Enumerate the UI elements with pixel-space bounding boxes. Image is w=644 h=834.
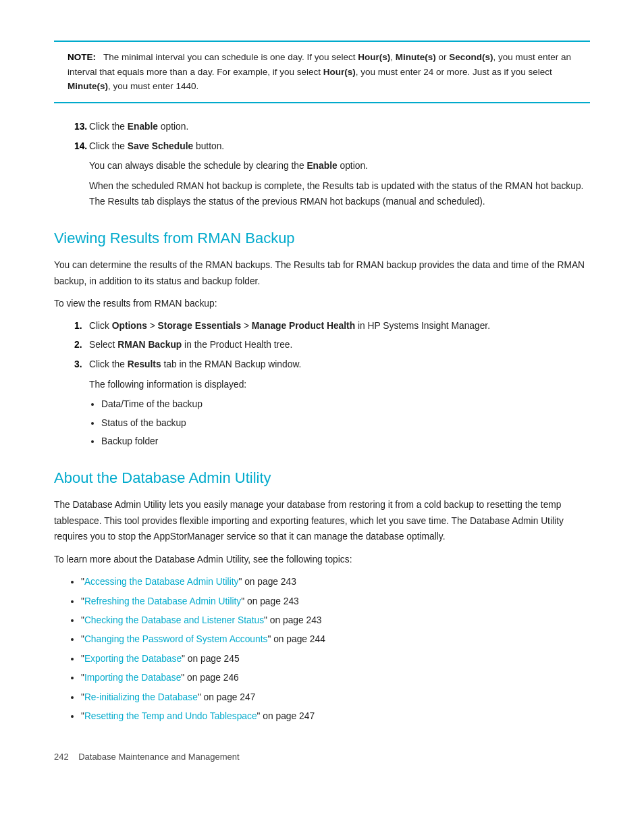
link-item-1: "Accessing the Database Admin Utility" o… bbox=[81, 574, 590, 590]
link-reinitializing[interactable]: Re-initializing the Database bbox=[84, 692, 198, 702]
link-importing[interactable]: Importing the Database bbox=[84, 673, 181, 683]
link-item-2: "Refreshing the Database Admin Utility" … bbox=[81, 594, 590, 609]
link-item-4: "Changing the Password of System Account… bbox=[81, 631, 590, 647]
footer-text: Database Maintenance and Management bbox=[78, 752, 240, 762]
step-7: Click the Enable option. bbox=[74, 120, 590, 135]
step-8: Click the Save Schedule button. bbox=[74, 139, 590, 155]
link-changing-password[interactable]: Changing the Password of System Accounts bbox=[84, 634, 268, 644]
section1-to-view: To view the results from RMAN backup: bbox=[54, 296, 590, 311]
link-accessing[interactable]: Accessing the Database Admin Utility bbox=[84, 577, 239, 587]
note-text: The minimal interval you can schedule is… bbox=[68, 52, 571, 91]
steps-list: Click the Enable option. Click the Save … bbox=[74, 120, 590, 155]
link-item-6: "Importing the Database" on page 246 bbox=[81, 670, 590, 685]
link-checking[interactable]: Checking the Database and Listener Statu… bbox=[84, 615, 264, 625]
bullet-datetime: Data/Time of the backup bbox=[101, 396, 590, 412]
footer-page-num: 242 bbox=[54, 752, 69, 762]
link-refreshing[interactable]: Refreshing the Database Admin Utility bbox=[84, 596, 241, 606]
section1-step-2: Select RMAN Backup in the Product Health… bbox=[74, 338, 590, 353]
page-footer: 242 Database Maintenance and Management bbox=[54, 752, 590, 762]
link-item-5: "Exporting the Database" on page 245 bbox=[81, 651, 590, 667]
link-exporting[interactable]: Exporting the Database bbox=[84, 654, 182, 664]
bullet-status: Status of the backup bbox=[101, 415, 590, 431]
section1-steps: Click Options > Storage Essentials > Man… bbox=[74, 319, 590, 373]
section2-para1: The Database Admin Utility lets you easi… bbox=[54, 497, 590, 544]
section2-to-learn: To learn more about the Database Admin U… bbox=[54, 552, 590, 567]
section2-heading: About the Database Admin Utility bbox=[54, 469, 590, 488]
link-resetting[interactable]: Resetting the Temp and Undo Tablespace bbox=[84, 711, 257, 721]
page-content: NOTE: The minimal interval you can sched… bbox=[0, 0, 644, 802]
section1-bullets: Data/Time of the backup Status of the ba… bbox=[101, 396, 590, 449]
bullet-folder: Backup folder bbox=[101, 434, 590, 449]
link-item-8: "Resetting the Temp and Undo Tablespace"… bbox=[81, 708, 590, 724]
following-info-label: The following information is displayed: bbox=[89, 377, 590, 392]
link-item-3: "Checking the Database and Listener Stat… bbox=[81, 613, 590, 628]
section1-step-3: Click the Results tab in the RMAN Backup… bbox=[74, 357, 590, 373]
section1-heading: Viewing Results from RMAN Backup bbox=[54, 229, 590, 249]
section1-step-1: Click Options > Storage Essentials > Man… bbox=[74, 319, 590, 334]
indent-results: When the scheduled RMAN hot backup is co… bbox=[89, 178, 590, 210]
note-label: NOTE: bbox=[68, 52, 96, 62]
note-box: NOTE: The minimal interval you can sched… bbox=[54, 41, 590, 103]
indent-disable: You can always disable the schedule by c… bbox=[89, 158, 590, 174]
section1-intro: You can determine the results of the RMA… bbox=[54, 257, 590, 289]
section2-links: "Accessing the Database Admin Utility" o… bbox=[81, 574, 590, 725]
link-item-7: "Re-initializing the Database" on page 2… bbox=[81, 689, 590, 705]
